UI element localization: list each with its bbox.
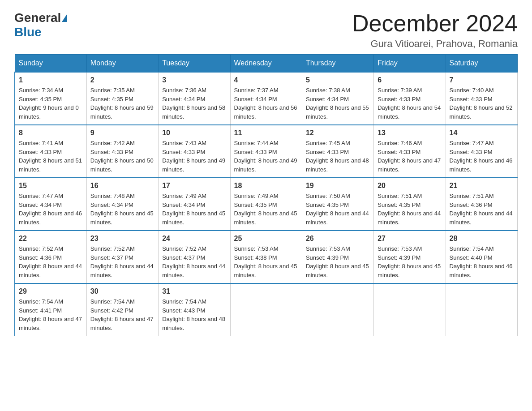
- logo-blue-text: Blue: [14, 25, 42, 39]
- day-number: 19: [306, 182, 370, 190]
- day-info: Sunrise: 7:53 AMSunset: 4:39 PMDaylight:…: [306, 245, 369, 278]
- calendar-cell: 15 Sunrise: 7:47 AMSunset: 4:34 PMDaylig…: [15, 178, 86, 231]
- calendar-cell: 7 Sunrise: 7:40 AMSunset: 4:33 PMDayligh…: [446, 72, 517, 125]
- calendar-cell: 1 Sunrise: 7:34 AMSunset: 4:35 PMDayligh…: [15, 72, 86, 125]
- day-number: 2: [90, 76, 154, 84]
- day-info: Sunrise: 7:54 AMSunset: 4:40 PMDaylight:…: [450, 245, 513, 278]
- day-info: Sunrise: 7:40 AMSunset: 4:33 PMDaylight:…: [450, 87, 513, 120]
- day-number: 10: [162, 129, 226, 137]
- day-info: Sunrise: 7:42 AMSunset: 4:33 PMDaylight:…: [90, 140, 154, 173]
- weekday-header-sunday: Sunday: [15, 55, 86, 73]
- weekday-header-saturday: Saturday: [446, 55, 517, 73]
- day-info: Sunrise: 7:52 AMSunset: 4:37 PMDaylight:…: [162, 245, 225, 278]
- day-number: 6: [378, 76, 442, 84]
- day-info: Sunrise: 7:43 AMSunset: 4:33 PMDaylight:…: [162, 140, 225, 173]
- calendar-cell: 2 Sunrise: 7:35 AMSunset: 4:35 PMDayligh…: [86, 72, 158, 125]
- calendar-cell: 31 Sunrise: 7:54 AMSunset: 4:43 PMDaylig…: [159, 283, 230, 336]
- calendar-cell: 20 Sunrise: 7:51 AMSunset: 4:35 PMDaylig…: [374, 178, 446, 231]
- day-number: 25: [234, 235, 298, 243]
- calendar-table: SundayMondayTuesdayWednesdayThursdayFrid…: [14, 54, 518, 336]
- calendar-cell: 28 Sunrise: 7:54 AMSunset: 4:40 PMDaylig…: [446, 231, 517, 283]
- calendar-cell: 24 Sunrise: 7:52 AMSunset: 4:37 PMDaylig…: [159, 231, 230, 283]
- calendar-cell: 10 Sunrise: 7:43 AMSunset: 4:33 PMDaylig…: [159, 125, 230, 178]
- calendar-cell: 11 Sunrise: 7:44 AMSunset: 4:33 PMDaylig…: [230, 125, 302, 178]
- calendar-week-row: 1 Sunrise: 7:34 AMSunset: 4:35 PMDayligh…: [15, 72, 518, 125]
- day-number: 28: [450, 235, 514, 243]
- logo: General Blue: [14, 11, 68, 39]
- day-number: 4: [234, 76, 298, 84]
- calendar-week-row: 8 Sunrise: 7:41 AMSunset: 4:33 PMDayligh…: [15, 125, 518, 178]
- calendar-cell: 19 Sunrise: 7:50 AMSunset: 4:35 PMDaylig…: [302, 178, 373, 231]
- calendar-cell: 12 Sunrise: 7:45 AMSunset: 4:33 PMDaylig…: [302, 125, 373, 178]
- day-info: Sunrise: 7:53 AMSunset: 4:38 PMDaylight:…: [234, 245, 297, 278]
- calendar-cell: 4 Sunrise: 7:37 AMSunset: 4:34 PMDayligh…: [230, 72, 302, 125]
- calendar-cell: [230, 283, 302, 336]
- day-number: 30: [90, 287, 154, 295]
- day-number: 31: [162, 287, 226, 295]
- calendar-cell: 17 Sunrise: 7:49 AMSunset: 4:34 PMDaylig…: [159, 178, 230, 231]
- day-info: Sunrise: 7:36 AMSunset: 4:34 PMDaylight:…: [162, 87, 225, 120]
- day-info: Sunrise: 7:47 AMSunset: 4:34 PMDaylight:…: [19, 193, 82, 226]
- day-info: Sunrise: 7:54 AMSunset: 4:42 PMDaylight:…: [90, 298, 154, 331]
- weekday-header-thursday: Thursday: [302, 55, 373, 73]
- calendar-cell: 29 Sunrise: 7:54 AMSunset: 4:41 PMDaylig…: [15, 283, 86, 336]
- day-info: Sunrise: 7:54 AMSunset: 4:41 PMDaylight:…: [19, 298, 82, 331]
- day-info: Sunrise: 7:49 AMSunset: 4:35 PMDaylight:…: [234, 193, 297, 226]
- day-info: Sunrise: 7:38 AMSunset: 4:34 PMDaylight:…: [306, 87, 369, 120]
- day-info: Sunrise: 7:52 AMSunset: 4:36 PMDaylight:…: [19, 245, 82, 278]
- calendar-cell: 21 Sunrise: 7:51 AMSunset: 4:36 PMDaylig…: [446, 178, 517, 231]
- day-number: 15: [19, 182, 83, 190]
- title-section: December 2024 Gura Vitioarei, Prahova, R…: [352, 11, 518, 50]
- logo-general-text: General: [14, 11, 61, 25]
- calendar-cell: 27 Sunrise: 7:53 AMSunset: 4:39 PMDaylig…: [374, 231, 446, 283]
- month-title: December 2024: [352, 11, 518, 36]
- calendar-cell: 18 Sunrise: 7:49 AMSunset: 4:35 PMDaylig…: [230, 178, 302, 231]
- day-number: 21: [450, 182, 514, 190]
- weekday-header-tuesday: Tuesday: [159, 55, 230, 73]
- calendar-cell: [302, 283, 373, 336]
- day-number: 24: [162, 235, 226, 243]
- page-header: General Blue December 2024 Gura Vitioare…: [14, 11, 518, 50]
- day-info: Sunrise: 7:54 AMSunset: 4:43 PMDaylight:…: [162, 298, 225, 331]
- day-number: 18: [234, 182, 298, 190]
- day-number: 20: [378, 182, 442, 190]
- weekday-header-monday: Monday: [86, 55, 158, 73]
- day-number: 3: [162, 76, 226, 84]
- calendar-cell: 26 Sunrise: 7:53 AMSunset: 4:39 PMDaylig…: [302, 231, 373, 283]
- calendar-cell: [446, 283, 517, 336]
- day-info: Sunrise: 7:34 AMSunset: 4:35 PMDaylight:…: [19, 87, 79, 120]
- day-number: 1: [19, 76, 83, 84]
- day-info: Sunrise: 7:39 AMSunset: 4:33 PMDaylight:…: [378, 87, 441, 120]
- day-info: Sunrise: 7:47 AMSunset: 4:33 PMDaylight:…: [450, 140, 513, 173]
- location-text: Gura Vitioarei, Prahova, Romania: [352, 38, 518, 50]
- day-info: Sunrise: 7:48 AMSunset: 4:34 PMDaylight:…: [90, 193, 154, 226]
- calendar-cell: 8 Sunrise: 7:41 AMSunset: 4:33 PMDayligh…: [15, 125, 86, 178]
- day-number: 16: [90, 182, 154, 190]
- calendar-cell: 22 Sunrise: 7:52 AMSunset: 4:36 PMDaylig…: [15, 231, 86, 283]
- day-info: Sunrise: 7:41 AMSunset: 4:33 PMDaylight:…: [19, 140, 82, 173]
- calendar-week-row: 22 Sunrise: 7:52 AMSunset: 4:36 PMDaylig…: [15, 231, 518, 283]
- day-number: 22: [19, 235, 83, 243]
- calendar-cell: 9 Sunrise: 7:42 AMSunset: 4:33 PMDayligh…: [86, 125, 158, 178]
- day-info: Sunrise: 7:53 AMSunset: 4:39 PMDaylight:…: [378, 245, 441, 278]
- day-info: Sunrise: 7:37 AMSunset: 4:34 PMDaylight:…: [234, 87, 297, 120]
- calendar-cell: 23 Sunrise: 7:52 AMSunset: 4:37 PMDaylig…: [86, 231, 158, 283]
- calendar-cell: 30 Sunrise: 7:54 AMSunset: 4:42 PMDaylig…: [86, 283, 158, 336]
- day-number: 27: [378, 235, 442, 243]
- day-number: 7: [450, 76, 514, 84]
- calendar-cell: 16 Sunrise: 7:48 AMSunset: 4:34 PMDaylig…: [86, 178, 158, 231]
- day-info: Sunrise: 7:35 AMSunset: 4:35 PMDaylight:…: [90, 87, 154, 120]
- day-info: Sunrise: 7:50 AMSunset: 4:35 PMDaylight:…: [306, 193, 369, 226]
- calendar-cell: 5 Sunrise: 7:38 AMSunset: 4:34 PMDayligh…: [302, 72, 373, 125]
- day-number: 12: [306, 129, 370, 137]
- day-info: Sunrise: 7:44 AMSunset: 4:33 PMDaylight:…: [234, 140, 297, 173]
- day-number: 5: [306, 76, 370, 84]
- weekday-header-row: SundayMondayTuesdayWednesdayThursdayFrid…: [15, 55, 518, 73]
- day-info: Sunrise: 7:49 AMSunset: 4:34 PMDaylight:…: [162, 193, 225, 226]
- calendar-cell: 3 Sunrise: 7:36 AMSunset: 4:34 PMDayligh…: [159, 72, 230, 125]
- day-number: 29: [19, 287, 83, 295]
- weekday-header-wednesday: Wednesday: [230, 55, 302, 73]
- calendar-cell: 25 Sunrise: 7:53 AMSunset: 4:38 PMDaylig…: [230, 231, 302, 283]
- day-number: 17: [162, 182, 226, 190]
- day-number: 11: [234, 129, 298, 137]
